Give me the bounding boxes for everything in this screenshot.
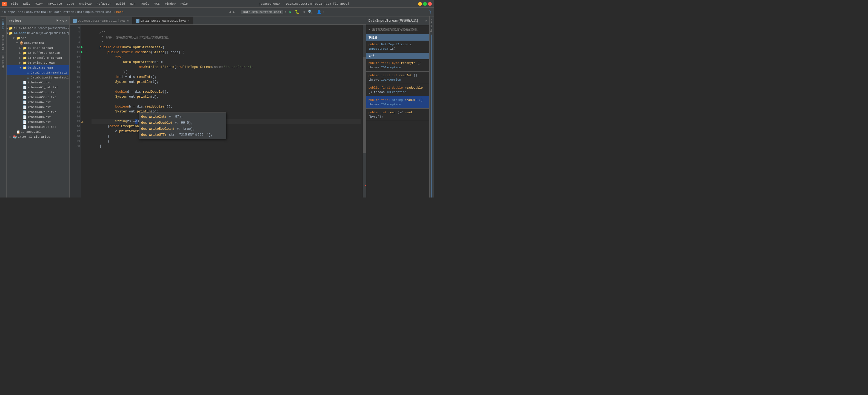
ai-icon[interactable]: ❯ <box>429 9 432 15</box>
tree-item-txt4[interactable]: 📄 itheima03out.txt <box>7 95 69 100</box>
tree-item-src[interactable]: ▼ 📁 src <box>7 36 69 40</box>
menu-tools[interactable]: Tools <box>138 2 152 6</box>
tree-item-txt6[interactable]: 📄 itheima06.txt <box>7 105 69 110</box>
debug-button[interactable]: 🐛 <box>294 9 300 15</box>
menu-vcs[interactable]: VCS <box>152 2 162 6</box>
breadcrumb-d5[interactable]: d5_data_stream <box>49 10 74 14</box>
close-sidebar-icon[interactable]: ✕ <box>65 19 67 23</box>
tree-item-d5[interactable]: ▼ 📁 d5_data_stream <box>7 65 69 70</box>
menu-code[interactable]: Code <box>65 2 76 6</box>
tree-item-d2[interactable]: ▶ 📁 d2_buffered_stream <box>7 51 69 55</box>
right-scrollbar[interactable] <box>363 25 366 198</box>
toolbar-actions[interactable]: ▶ 🐛 ⚙ 🔍 <box>288 9 313 15</box>
menu-run[interactable]: Run <box>128 2 137 6</box>
user-dropdown[interactable]: ▾ <box>322 10 324 14</box>
tree-item-io-app2[interactable]: ▼ 📁 io-app2 D:\code\javasepromax\io-app2 <box>7 31 69 36</box>
collapse-icon[interactable]: ≡ <box>59 19 61 23</box>
minimize-button[interactable] <box>418 2 422 6</box>
tree-item-com-itheima[interactable]: ▼ 📦 com.itheima <box>7 40 69 46</box>
nav-forward[interactable]: ▶ <box>232 9 235 14</box>
user-icon[interactable]: 👤 <box>317 9 321 14</box>
menu-bar[interactable]: File Edit View Navigate Code Analyze Ref… <box>9 2 190 6</box>
settings-icon[interactable]: ⚙ <box>301 9 307 15</box>
tree-item-d1[interactable]: ▶ 📁 d1_char_stream <box>7 46 69 51</box>
doc-method-readint[interactable]: public final int readInt () throws IOExc… <box>366 72 429 84</box>
right-panel-close-btn[interactable]: ✕ <box>425 19 427 23</box>
tree-arrow-d3[interactable]: ▶ <box>19 56 22 59</box>
fold-line10[interactable]: ⌐ <box>86 45 89 50</box>
close-button[interactable] <box>428 2 432 6</box>
breadcrumb-com[interactable]: com.itheima <box>26 10 46 14</box>
tree-item-ext-lib[interactable]: ▶ 📚 External Libraries <box>7 134 69 139</box>
maximize-button[interactable] <box>423 2 427 6</box>
menu-refactor[interactable]: Refactor <box>95 2 114 6</box>
window-controls[interactable] <box>418 2 432 6</box>
tab-dos-test1[interactable]: J DataOutputStreamTest1.java ✕ <box>70 17 132 24</box>
tree-item-dos-test1[interactable]: ☕ DataOutputStreamTest1 <box>7 75 69 80</box>
tab-close-dos[interactable]: ✕ <box>127 19 129 23</box>
scrollbar-thumb[interactable] <box>363 57 366 153</box>
doc-method-read[interactable]: public int read ()/ read (byte[]) <box>366 109 429 121</box>
tree-item-file-io-app[interactable]: ▶ 📁 file-io-app D:\code\javasepromax\fil… <box>7 26 69 31</box>
doc-method-readdouble[interactable]: public final double readDouble () throws… <box>366 84 429 96</box>
tree-arrow-d2[interactable]: ▶ <box>19 51 22 55</box>
menu-build[interactable]: Build <box>114 2 127 6</box>
tree-item-txt1[interactable]: 📄 itheima01.txt <box>7 80 69 85</box>
gear-icon[interactable]: ⚙ <box>62 19 64 23</box>
tree-item-iml[interactable]: 📋 io-app2.iml <box>7 130 69 134</box>
tree-item-txt2[interactable]: 📄 itheima01_bak.txt <box>7 85 69 90</box>
ai-button[interactable]: ❯ <box>429 9 432 15</box>
tree-arrow-file-io-app[interactable]: ▶ <box>7 27 8 30</box>
vtab-structure[interactable]: Structure <box>1 33 6 52</box>
doc-method-readutf[interactable]: public final String readUTF () throws IO… <box>366 96 429 109</box>
menu-view[interactable]: View <box>33 2 45 6</box>
run-button[interactable]: ▶ <box>288 9 294 15</box>
tree-arrow-d5[interactable]: ▼ <box>19 66 22 69</box>
ac-item-writeint[interactable]: dos.writeInt( v: 97); <box>139 114 226 120</box>
tree-item-txt5[interactable]: 📄 itheima04.txt <box>7 100 69 105</box>
tree-item-txt7[interactable]: 📄 itheima07out.txt <box>7 110 69 115</box>
menu-edit[interactable]: Edit <box>21 2 32 6</box>
tree-item-dis-test2[interactable]: ☕ DataInputStreamTest2 <box>7 70 69 75</box>
vtab-project[interactable]: Project <box>1 17 6 33</box>
menu-window[interactable]: Window <box>162 2 178 6</box>
ac-item-writeboolean[interactable]: dos.writeBoolean( v: true); <box>139 126 226 132</box>
run-button-line10[interactable]: ▶ <box>81 45 86 50</box>
tab-dis-test2[interactable]: J DataInputStreamTest2.java ✕ <box>132 17 193 24</box>
menu-analyze[interactable]: Analyze <box>77 2 94 6</box>
breadcrumb-main[interactable]: main <box>116 10 123 14</box>
tree-item-txt9[interactable]: 📄 itheima09.txt <box>7 120 69 124</box>
fold-line11[interactable]: ⌐ <box>86 50 89 55</box>
tree-item-d4[interactable]: ▶ 📁 d4_print_stream <box>7 60 69 65</box>
ac-item-writeutf[interactable]: dos.writeUTF( str: "黑马程序员666！"); <box>139 132 226 138</box>
tab-close-dis[interactable]: ✕ <box>188 19 190 23</box>
nav-arrows[interactable]: ◀ ▶ <box>228 9 236 14</box>
menu-file[interactable]: File <box>9 2 20 6</box>
doc-method-readbyte[interactable]: public final byte readByte () throws IOE… <box>366 59 429 72</box>
tree-arrow-io-app2[interactable]: ▼ <box>7 32 8 35</box>
tree-item-txt3[interactable]: 📄 itheima02out.txt <box>7 90 69 95</box>
tree-item-txt10[interactable]: 📄 itheima10out.txt <box>7 124 69 130</box>
breadcrumb-class[interactable]: DataInputStreamTest2 <box>77 10 114 14</box>
tree-arrow-d1[interactable]: ▶ <box>19 46 22 50</box>
nav-back[interactable]: ◀ <box>228 9 231 14</box>
code-content[interactable]: /** * 目标：使用数据输入流读取特定类型的数据。 */ public cla… <box>89 25 363 198</box>
tree-item-d3[interactable]: ▶ 📁 d3_transform_stream <box>7 55 69 60</box>
run-config-label[interactable]: DataOutputStreamTest1 <box>241 10 284 14</box>
run-button-line11[interactable]: ▶ <box>81 50 86 55</box>
tree-arrow-d4[interactable]: ▶ <box>19 61 22 64</box>
tree-item-txt8[interactable]: 📄 itheima08.txt <box>7 115 69 120</box>
sidebar-icons[interactable]: ⟳ ≡ ⚙ ✕ <box>56 19 67 23</box>
tree-arrow-src[interactable]: ▼ <box>12 37 16 40</box>
menu-navigate[interactable]: Navigate <box>45 2 64 6</box>
ac-item-writedouble[interactable]: dos.writeDouble( v: 99.5); <box>139 120 226 126</box>
doc-constructor-item[interactable]: public DataInputStream ( InputStream is) <box>366 40 429 53</box>
search-icon[interactable]: 🔍 <box>307 9 313 15</box>
autocomplete-popup[interactable]: dos.writeInt( v: 97); dos.writeDouble( v… <box>138 112 226 139</box>
database-tab[interactable]: Database <box>430 17 434 34</box>
run-config-dropdown[interactable]: ▾ <box>284 10 286 14</box>
breadcrumb-src[interactable]: src <box>18 10 23 14</box>
run-config-selector[interactable]: DataOutputStreamTest1 ▾ <box>241 10 287 14</box>
tree-arrow-com-itheima[interactable]: ▼ <box>16 42 19 45</box>
user-menu[interactable]: 👤 ▾ <box>317 9 324 14</box>
